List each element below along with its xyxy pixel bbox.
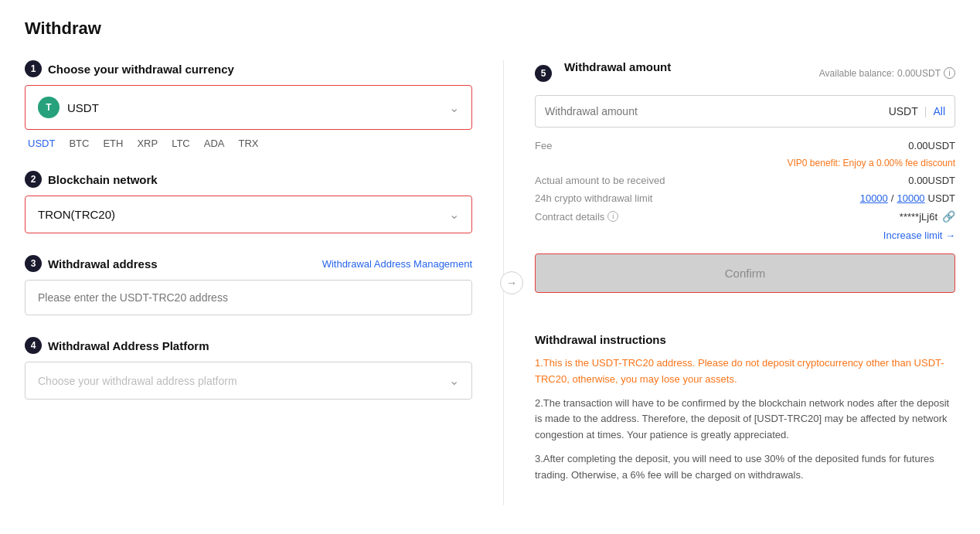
address-input[interactable] bbox=[25, 280, 472, 315]
page-title: Withdraw bbox=[25, 19, 955, 39]
instructions-title: Withdrawal instructions bbox=[535, 333, 955, 346]
instruction-item-1: 1.This is the USDT-TRC20 address. Please… bbox=[535, 355, 955, 388]
step3-section: 3 Withdrawal address Withdrawal Address … bbox=[25, 255, 472, 315]
shortcut-eth[interactable]: ETH bbox=[103, 138, 123, 149]
contract-info-icon[interactable]: i bbox=[607, 211, 618, 222]
platform-placeholder: Choose your withdrawal address platform bbox=[38, 375, 237, 387]
step3-badge: 3 bbox=[25, 255, 42, 272]
shortcut-usdt[interactable]: USDT bbox=[28, 138, 55, 149]
platform-dropdown[interactable]: Choose your withdrawal address platform … bbox=[25, 362, 472, 400]
actual-amount-row: Actual amount to be received 0.00USDT bbox=[535, 175, 955, 186]
step4-badge: 4 bbox=[25, 337, 42, 354]
shortcut-trx[interactable]: TRX bbox=[238, 138, 258, 149]
amount-currency: USDT bbox=[889, 105, 918, 117]
external-link-icon[interactable]: 🔗 bbox=[942, 210, 955, 223]
confirm-button[interactable]: Confirm bbox=[535, 253, 955, 293]
amount-input-row: USDT | All bbox=[535, 95, 955, 128]
step2-badge: 2 bbox=[25, 171, 42, 188]
limit-used[interactable]: 10000 bbox=[860, 192, 888, 204]
increase-limit-link[interactable]: Increase limit → bbox=[883, 230, 955, 241]
chevron-down-icon: ⌄ bbox=[449, 100, 459, 115]
contract-row: Contract details i *****jLj6t 🔗 bbox=[535, 210, 955, 223]
selected-currency: USDT bbox=[67, 101, 99, 114]
fee-value: 0.00USDT bbox=[908, 140, 955, 151]
shortcut-btc[interactable]: BTC bbox=[69, 138, 89, 149]
instruction-item-3: 3.After completing the deposit, you will… bbox=[535, 451, 955, 484]
arrow-circle: → bbox=[500, 271, 523, 294]
step2-title: Blockchain network bbox=[48, 173, 158, 186]
step2-section: 2 Blockchain network TRON(TRC20) ⌄ bbox=[25, 171, 472, 233]
currency-shortcuts: USDT BTC ETH XRP LTC ADA TRX bbox=[25, 138, 472, 149]
available-balance-label: Available balance: bbox=[819, 68, 894, 79]
shortcut-xrp[interactable]: XRP bbox=[137, 138, 158, 149]
available-balance-value: 0.00USDT bbox=[897, 68, 941, 79]
shortcut-ada[interactable]: ADA bbox=[204, 138, 225, 149]
limit-label: 24h crypto withdrawal limit bbox=[535, 192, 652, 204]
info-icon[interactable]: i bbox=[944, 67, 955, 79]
withdrawal-address-management-link[interactable]: Withdrawal Address Management bbox=[322, 258, 472, 270]
instructions-section: Withdrawal instructions 1.This is the US… bbox=[535, 333, 955, 484]
all-button[interactable]: All bbox=[933, 105, 945, 117]
contract-value: *****jLj6t bbox=[900, 211, 937, 223]
selected-network: TRON(TRC20) bbox=[38, 208, 115, 221]
step5-badge: 5 bbox=[535, 65, 552, 82]
step5-section: 5 Withdrawal amount Available balance: 0… bbox=[535, 60, 955, 311]
vip-benefit: VIP0 benefit: Enjoy a 0.00% fee discount bbox=[788, 158, 955, 168]
limit-separator: / bbox=[891, 192, 894, 204]
step4-title: Withdrawal Address Platform bbox=[48, 339, 209, 352]
step3-title: Withdrawal address bbox=[48, 257, 158, 270]
fee-label: Fee bbox=[535, 140, 552, 151]
chevron-down-icon: ⌄ bbox=[449, 373, 459, 388]
step1-badge: 1 bbox=[25, 60, 42, 77]
vip-row: VIP0 benefit: Enjoy a 0.00% fee discount bbox=[535, 158, 955, 168]
step5-title: Withdrawal amount bbox=[564, 60, 671, 73]
usdt-icon: T bbox=[38, 97, 60, 118]
step4-section: 4 Withdrawal Address Platform Choose you… bbox=[25, 337, 472, 400]
contract-label: Contract details bbox=[535, 211, 604, 223]
currency-dropdown[interactable]: T USDT ⌄ bbox=[25, 85, 472, 130]
network-dropdown[interactable]: TRON(TRC20) ⌄ bbox=[25, 196, 472, 233]
step1-title: Choose your withdrawal currency bbox=[48, 63, 234, 76]
actual-amount-value: 0.00USDT bbox=[908, 175, 955, 186]
available-balance: Available balance: 0.00USDT i bbox=[819, 67, 955, 79]
amount-input[interactable] bbox=[545, 96, 883, 127]
limit-unit: USDT bbox=[928, 192, 955, 204]
limit-row: 24h crypto withdrawal limit 10000 / 1000… bbox=[535, 192, 955, 204]
fee-row: Fee 0.00USDT bbox=[535, 140, 955, 151]
increase-limit-row: Increase limit → bbox=[535, 229, 955, 241]
step1-section: 1 Choose your withdrawal currency T USDT… bbox=[25, 60, 472, 149]
actual-amount-label: Actual amount to be received bbox=[535, 175, 665, 186]
divider: | bbox=[924, 105, 927, 117]
shortcut-ltc[interactable]: LTC bbox=[172, 138, 190, 149]
limit-total[interactable]: 10000 bbox=[897, 192, 924, 204]
chevron-down-icon: ⌄ bbox=[449, 207, 459, 222]
instruction-item-2: 2.The transaction will have to be confir… bbox=[535, 396, 955, 444]
